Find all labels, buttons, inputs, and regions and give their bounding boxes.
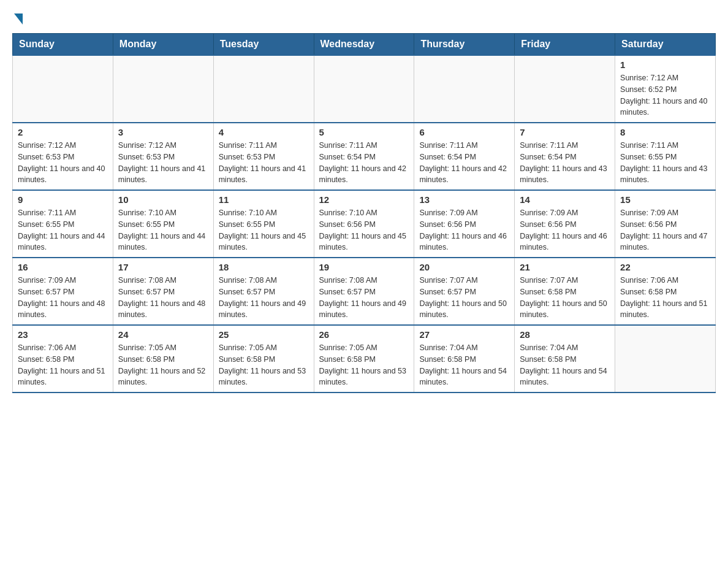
calendar-cell: 10Sunrise: 7:10 AMSunset: 6:55 PMDayligh…	[113, 190, 213, 258]
calendar-cell: 1Sunrise: 7:12 AMSunset: 6:52 PMDaylight…	[615, 55, 716, 123]
day-info: Sunrise: 7:12 AMSunset: 6:52 PMDaylight:…	[620, 72, 710, 118]
calendar-week-row: 1Sunrise: 7:12 AMSunset: 6:52 PMDaylight…	[13, 55, 716, 123]
day-info: Sunrise: 7:12 AMSunset: 6:53 PMDaylight:…	[118, 140, 208, 186]
day-info: Sunrise: 7:08 AMSunset: 6:57 PMDaylight:…	[319, 275, 409, 321]
day-info: Sunrise: 7:07 AMSunset: 6:57 PMDaylight:…	[419, 275, 509, 321]
day-info: Sunrise: 7:11 AMSunset: 6:55 PMDaylight:…	[18, 207, 108, 253]
calendar-cell: 17Sunrise: 7:08 AMSunset: 6:57 PMDayligh…	[113, 258, 213, 325]
calendar-cell: 3Sunrise: 7:12 AMSunset: 6:53 PMDaylight…	[113, 123, 213, 190]
calendar-header-saturday: Saturday	[615, 34, 716, 56]
calendar-cell	[113, 55, 213, 123]
day-info: Sunrise: 7:07 AMSunset: 6:58 PMDaylight:…	[520, 275, 610, 321]
calendar-cell: 5Sunrise: 7:11 AMSunset: 6:54 PMDaylight…	[314, 123, 414, 190]
calendar-cell: 9Sunrise: 7:11 AMSunset: 6:55 PMDaylight…	[13, 190, 113, 258]
page-header	[12, 12, 716, 23]
calendar-header-thursday: Thursday	[414, 34, 515, 56]
calendar-cell: 7Sunrise: 7:11 AMSunset: 6:54 PMDaylight…	[515, 123, 615, 190]
day-info: Sunrise: 7:05 AMSunset: 6:58 PMDaylight:…	[319, 342, 409, 388]
day-number: 13	[419, 194, 509, 205]
day-info: Sunrise: 7:10 AMSunset: 6:56 PMDaylight:…	[319, 207, 409, 253]
day-info: Sunrise: 7:09 AMSunset: 6:57 PMDaylight:…	[18, 275, 108, 321]
day-info: Sunrise: 7:04 AMSunset: 6:58 PMDaylight:…	[520, 342, 610, 388]
day-number: 27	[419, 329, 509, 340]
calendar-cell	[414, 55, 515, 123]
calendar-cell: 27Sunrise: 7:04 AMSunset: 6:58 PMDayligh…	[414, 325, 515, 393]
calendar-cell: 4Sunrise: 7:11 AMSunset: 6:53 PMDaylight…	[213, 123, 314, 190]
calendar-cell: 28Sunrise: 7:04 AMSunset: 6:58 PMDayligh…	[515, 325, 615, 393]
calendar-cell: 6Sunrise: 7:11 AMSunset: 6:54 PMDaylight…	[414, 123, 515, 190]
day-number: 10	[118, 194, 208, 205]
calendar-cell: 13Sunrise: 7:09 AMSunset: 6:56 PMDayligh…	[414, 190, 515, 258]
calendar-cell: 21Sunrise: 7:07 AMSunset: 6:58 PMDayligh…	[515, 258, 615, 325]
day-info: Sunrise: 7:05 AMSunset: 6:58 PMDaylight:…	[118, 342, 208, 388]
day-info: Sunrise: 7:09 AMSunset: 6:56 PMDaylight:…	[419, 207, 509, 253]
day-number: 9	[18, 194, 108, 205]
calendar-cell: 12Sunrise: 7:10 AMSunset: 6:56 PMDayligh…	[314, 190, 414, 258]
day-info: Sunrise: 7:08 AMSunset: 6:57 PMDaylight:…	[118, 275, 208, 321]
day-number: 16	[18, 262, 108, 272]
calendar-cell: 16Sunrise: 7:09 AMSunset: 6:57 PMDayligh…	[13, 258, 113, 325]
calendar-header-row: SundayMondayTuesdayWednesdayThursdayFrid…	[13, 34, 716, 56]
calendar-cell: 19Sunrise: 7:08 AMSunset: 6:57 PMDayligh…	[314, 258, 414, 325]
calendar-cell: 8Sunrise: 7:11 AMSunset: 6:55 PMDaylight…	[615, 123, 716, 190]
calendar-header-friday: Friday	[515, 34, 615, 56]
day-number: 25	[219, 329, 309, 340]
day-number: 17	[118, 262, 208, 272]
calendar-header-sunday: Sunday	[13, 34, 113, 56]
calendar-week-row: 9Sunrise: 7:11 AMSunset: 6:55 PMDaylight…	[13, 190, 716, 258]
day-number: 28	[520, 329, 610, 340]
calendar-cell: 18Sunrise: 7:08 AMSunset: 6:57 PMDayligh…	[213, 258, 314, 325]
calendar-week-row: 2Sunrise: 7:12 AMSunset: 6:53 PMDaylight…	[13, 123, 716, 190]
calendar-table: SundayMondayTuesdayWednesdayThursdayFrid…	[12, 33, 716, 393]
day-number: 15	[620, 194, 710, 205]
day-number: 1	[620, 59, 710, 70]
day-info: Sunrise: 7:11 AMSunset: 6:54 PMDaylight:…	[419, 140, 509, 186]
day-info: Sunrise: 7:11 AMSunset: 6:55 PMDaylight:…	[620, 140, 710, 186]
day-info: Sunrise: 7:06 AMSunset: 6:58 PMDaylight:…	[18, 342, 108, 388]
calendar-cell: 2Sunrise: 7:12 AMSunset: 6:53 PMDaylight…	[13, 123, 113, 190]
day-info: Sunrise: 7:11 AMSunset: 6:54 PMDaylight:…	[520, 140, 610, 186]
day-info: Sunrise: 7:11 AMSunset: 6:53 PMDaylight:…	[219, 140, 309, 186]
day-info: Sunrise: 7:10 AMSunset: 6:55 PMDaylight:…	[219, 207, 309, 253]
day-info: Sunrise: 7:08 AMSunset: 6:57 PMDaylight:…	[219, 275, 309, 321]
day-number: 2	[18, 127, 108, 137]
day-info: Sunrise: 7:04 AMSunset: 6:58 PMDaylight:…	[419, 342, 509, 388]
day-info: Sunrise: 7:12 AMSunset: 6:53 PMDaylight:…	[18, 140, 108, 186]
day-number: 11	[219, 194, 309, 205]
calendar-cell: 14Sunrise: 7:09 AMSunset: 6:56 PMDayligh…	[515, 190, 615, 258]
day-number: 18	[219, 262, 309, 272]
day-number: 20	[419, 262, 509, 272]
calendar-cell: 25Sunrise: 7:05 AMSunset: 6:58 PMDayligh…	[213, 325, 314, 393]
day-number: 4	[219, 127, 309, 137]
calendar-cell: 15Sunrise: 7:09 AMSunset: 6:56 PMDayligh…	[615, 190, 716, 258]
day-number: 12	[319, 194, 409, 205]
calendar-cell: 20Sunrise: 7:07 AMSunset: 6:57 PMDayligh…	[414, 258, 515, 325]
calendar-cell	[13, 55, 113, 123]
day-number: 24	[118, 329, 208, 340]
calendar-header-wednesday: Wednesday	[314, 34, 414, 56]
calendar-week-row: 16Sunrise: 7:09 AMSunset: 6:57 PMDayligh…	[13, 258, 716, 325]
calendar-cell	[314, 55, 414, 123]
calendar-cell	[615, 325, 716, 393]
day-number: 3	[118, 127, 208, 137]
day-info: Sunrise: 7:05 AMSunset: 6:58 PMDaylight:…	[219, 342, 309, 388]
calendar-header-tuesday: Tuesday	[213, 34, 314, 56]
day-number: 7	[520, 127, 610, 137]
calendar-cell: 26Sunrise: 7:05 AMSunset: 6:58 PMDayligh…	[314, 325, 414, 393]
day-number: 22	[620, 262, 710, 272]
day-info: Sunrise: 7:11 AMSunset: 6:54 PMDaylight:…	[319, 140, 409, 186]
day-number: 8	[620, 127, 710, 137]
day-number: 6	[419, 127, 509, 137]
day-info: Sunrise: 7:10 AMSunset: 6:55 PMDaylight:…	[118, 207, 208, 253]
calendar-cell: 24Sunrise: 7:05 AMSunset: 6:58 PMDayligh…	[113, 325, 213, 393]
calendar-cell: 11Sunrise: 7:10 AMSunset: 6:55 PMDayligh…	[213, 190, 314, 258]
day-number: 5	[319, 127, 409, 137]
day-info: Sunrise: 7:09 AMSunset: 6:56 PMDaylight:…	[620, 207, 710, 253]
day-info: Sunrise: 7:09 AMSunset: 6:56 PMDaylight:…	[520, 207, 610, 253]
day-number: 26	[319, 329, 409, 340]
calendar-week-row: 23Sunrise: 7:06 AMSunset: 6:58 PMDayligh…	[13, 325, 716, 393]
calendar-cell: 23Sunrise: 7:06 AMSunset: 6:58 PMDayligh…	[13, 325, 113, 393]
day-number: 23	[18, 329, 108, 340]
day-info: Sunrise: 7:06 AMSunset: 6:58 PMDaylight:…	[620, 275, 710, 321]
day-number: 14	[520, 194, 610, 205]
